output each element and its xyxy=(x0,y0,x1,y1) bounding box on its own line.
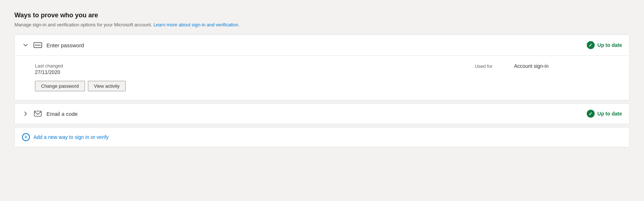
password-status-icon xyxy=(587,41,595,49)
add-new-card: + Add a new way to sign in or verify xyxy=(14,127,630,147)
add-plus-icon: + xyxy=(22,133,30,141)
page-title: Ways to prove who you are xyxy=(14,12,630,19)
email-status-icon xyxy=(587,110,595,118)
email-status-text: Up to date xyxy=(598,111,622,117)
password-method-label: Enter password xyxy=(46,42,587,48)
svg-point-2 xyxy=(37,45,38,46)
svg-point-4 xyxy=(40,45,41,46)
change-password-button[interactable]: Change password xyxy=(35,81,85,91)
last-changed-value: 27/11/2020 xyxy=(35,69,63,75)
last-changed-group: Last changed 27/11/2020 xyxy=(35,63,63,75)
last-changed-label: Last changed xyxy=(35,63,63,69)
password-card-expanded: Last changed 27/11/2020 Used for Account… xyxy=(15,56,629,100)
password-status-text: Up to date xyxy=(598,42,622,48)
svg-rect-5 xyxy=(34,111,41,116)
chevron-right-icon xyxy=(22,110,29,117)
password-status-badge: Up to date xyxy=(587,41,622,49)
view-activity-button[interactable]: View activity xyxy=(88,81,126,91)
password-buttons-row: Change password View activity xyxy=(35,81,621,91)
add-new-label: Add a new way to sign in or verify xyxy=(33,134,109,140)
used-for-group: Used for Account sign-in xyxy=(475,63,549,69)
svg-point-1 xyxy=(35,45,36,46)
email-card-header[interactable]: Email a code Up to date xyxy=(15,104,629,124)
email-card: Email a code Up to date xyxy=(14,103,630,124)
email-method-label: Email a code xyxy=(46,111,587,117)
svg-rect-0 xyxy=(34,43,42,48)
password-info-row: Last changed 27/11/2020 Used for Account… xyxy=(35,63,621,75)
password-card-header[interactable]: Enter password Up to date xyxy=(15,35,629,55)
password-card: Enter password Up to date Last changed 2… xyxy=(14,35,630,100)
add-new-row[interactable]: + Add a new way to sign in or verify xyxy=(15,127,629,147)
page-subtitle: Manage sign-in and verification options … xyxy=(14,22,630,27)
password-icon xyxy=(33,41,42,49)
learn-more-link[interactable]: Learn more about sign-in and verificatio… xyxy=(153,22,240,27)
chevron-down-icon xyxy=(22,41,29,49)
used-for-value: Account sign-in xyxy=(514,63,549,69)
email-status-badge: Up to date xyxy=(587,110,622,118)
svg-point-3 xyxy=(38,45,39,46)
used-for-label: Used for xyxy=(475,64,492,69)
email-icon xyxy=(33,109,42,118)
